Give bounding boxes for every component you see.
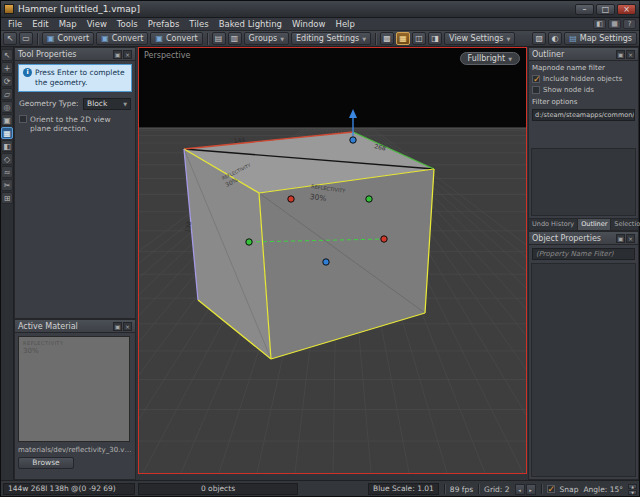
separator	[37, 33, 38, 45]
panels-icon[interactable]: ◧	[593, 19, 606, 29]
browse-material-button[interactable]: Browse	[18, 457, 74, 469]
menu-edit[interactable]: Edit	[27, 18, 53, 31]
active-material-header[interactable]: Active Material ▣ ×	[15, 320, 135, 333]
grid-decrease-button[interactable]: ◂	[515, 484, 525, 495]
entity-tool-icon[interactable]: ▣	[1, 114, 13, 126]
convert-button-2[interactable]: ▣Convert	[96, 32, 148, 45]
tab-selection-sets[interactable]: Selection Sets	[611, 219, 640, 230]
block-tool-icon[interactable]: ▦	[1, 127, 13, 139]
object-properties-header[interactable]: Object Properties ▣ ×	[529, 232, 638, 245]
face-handle-blue-bottom[interactable]	[323, 259, 329, 265]
camera-tool-icon[interactable]: ◎	[1, 101, 13, 113]
grid-increase-button[interactable]: ▸	[526, 484, 536, 495]
float-panel-icon[interactable]: ▣	[616, 234, 625, 243]
convert-button-3[interactable]: ▣Convert	[150, 32, 202, 45]
title-bar[interactable]: Hammer [untitled_1.vmap] – □ ×	[1, 1, 639, 18]
help-icon[interactable]: ?	[623, 19, 636, 29]
float-panel-icon[interactable]: ▣	[616, 50, 625, 59]
3d-viewport-canvas[interactable]: 144 268 138 REFLECTIVITY 30% REFLECTIVIT…	[139, 48, 526, 473]
editing-settings-button[interactable]: Editing Settings▼	[291, 32, 371, 45]
menu-file[interactable]: File	[3, 18, 27, 31]
material-tool-icon[interactable]: ◇	[1, 153, 13, 165]
outliner-header[interactable]: Outliner ▣ ×	[529, 48, 638, 61]
box-select-icon[interactable]: ▭	[19, 32, 33, 45]
menu-tools[interactable]: Tools	[112, 18, 143, 31]
map-settings-button[interactable]: ▤Map Settings	[564, 32, 637, 45]
show-node-ids-row: Show node ids	[529, 84, 638, 95]
select-tool-icon[interactable]: ↖	[1, 49, 13, 61]
filter-options-label[interactable]: Filter options	[529, 95, 638, 107]
clip-tool-icon[interactable]: ✂	[1, 179, 13, 191]
groups-button[interactable]: Groups▼	[244, 32, 289, 45]
statusbar-right-cluster: Blue Scale: 1.01 89 fps Grid: 2 ◂ ▸ Snap…	[368, 483, 637, 495]
include-hidden-checkbox[interactable]	[532, 75, 540, 83]
window-title: Hammer [untitled_1.vmap]	[18, 4, 140, 14]
menu-window[interactable]: Window	[287, 18, 331, 31]
face-handle-blue-top[interactable]	[350, 137, 356, 143]
close-panel-icon[interactable]: ×	[123, 322, 132, 331]
instance-icon[interactable]: ▥	[228, 32, 242, 45]
face-handle-green-1[interactable]	[366, 196, 372, 202]
link-icon[interactable]: ▤	[212, 32, 226, 45]
scale-tool-icon[interactable]: ▱	[1, 88, 13, 100]
selection-dimensions-readout: 144w 268l 138h @(0 -92 69)	[3, 483, 135, 495]
orient-checkbox[interactable]	[19, 115, 27, 123]
face-handle-green-2[interactable]	[246, 239, 252, 245]
menu-baked-lighting[interactable]: Baked Lighting	[214, 18, 287, 31]
convert-cube-icon: ▣	[101, 34, 109, 43]
displacement-tool-icon[interactable]: ≈	[1, 166, 13, 178]
face-handle-red-2[interactable]	[381, 236, 387, 242]
menu-view[interactable]: View	[82, 18, 112, 31]
block-tool-toggle-icon[interactable]: ▦	[396, 32, 410, 45]
close-button[interactable]: ×	[617, 4, 636, 15]
rotate-tool-icon[interactable]: ⟳	[1, 75, 13, 87]
move-tool-icon[interactable]: +	[1, 62, 13, 74]
close-panel-icon[interactable]: ×	[626, 50, 635, 59]
mirror-icon[interactable]: ◫	[412, 32, 426, 45]
geometry-type-dropdown[interactable]: Block ▼	[83, 98, 131, 110]
info-icon: i	[23, 68, 32, 77]
menu-map[interactable]: Map	[54, 18, 82, 31]
tab-outliner[interactable]: Outliner	[578, 219, 611, 230]
outliner-path-field[interactable]: d:/steam/steamapps/common/steamvr/tool..…	[532, 109, 635, 121]
lighting-icon[interactable]: ◐	[548, 32, 562, 45]
panel-title-text: Outliner	[532, 50, 564, 59]
chevron-down-icon: ▼	[123, 101, 127, 107]
texture-lock-icon[interactable]: ▧	[532, 32, 546, 45]
paint-geometry-tool-icon[interactable]: ◧	[1, 140, 13, 152]
float-panel-icon[interactable]: ▣	[113, 322, 122, 331]
hammer-app-icon	[4, 4, 14, 14]
close-panel-icon[interactable]: ×	[123, 50, 132, 59]
material-preview[interactable]: REFLECTIVITY 30%	[18, 336, 130, 442]
tab-undo-history[interactable]: Undo History	[529, 219, 578, 230]
viewport-mode-label[interactable]: Perspective	[144, 51, 190, 60]
fullbright-dropdown[interactable]: Fullbright ▼	[460, 52, 520, 65]
shade-icon[interactable]: ◨	[428, 32, 442, 45]
separator	[541, 484, 542, 494]
maximize-button[interactable]: □	[596, 4, 615, 15]
angle-value: 15	[610, 485, 620, 494]
snap-checkbox[interactable]	[547, 485, 555, 493]
convert-button-1[interactable]: ▣Convert	[42, 32, 94, 45]
angle-readout: Angle: 15°	[583, 485, 623, 494]
property-filter-input[interactable]	[532, 248, 635, 260]
tool-properties-header[interactable]: Tool Properties ▣ ×	[15, 48, 135, 61]
angle-decrease-button[interactable]: ▼	[628, 490, 637, 495]
view-settings-button[interactable]: View Settings▼	[444, 32, 515, 45]
minimize-button[interactable]: –	[575, 4, 594, 15]
menu-tiles[interactable]: Tiles	[184, 18, 213, 31]
float-panel-icon[interactable]: ▣	[113, 50, 122, 59]
close-panel-icon[interactable]: ×	[626, 234, 635, 243]
menu-help[interactable]: Help	[331, 18, 360, 31]
3d-viewport[interactable]: Perspective Fullbright ▼	[138, 47, 527, 474]
polygon-tool-icon[interactable]: ⊞	[1, 192, 13, 204]
select-mode-icon[interactable]: ↖	[3, 32, 17, 45]
layout-icon[interactable]: ▦	[608, 19, 621, 29]
show-node-ids-checkbox[interactable]	[532, 86, 540, 94]
face-handle-red-1[interactable]	[288, 196, 294, 202]
menu-prefabs[interactable]: Prefabs	[143, 18, 185, 31]
outliner-tree-area[interactable]	[531, 148, 636, 216]
grid-snap-icon[interactable]: ▩	[380, 32, 394, 45]
separator	[444, 484, 445, 494]
angle-increase-button[interactable]: ▲	[628, 484, 637, 489]
